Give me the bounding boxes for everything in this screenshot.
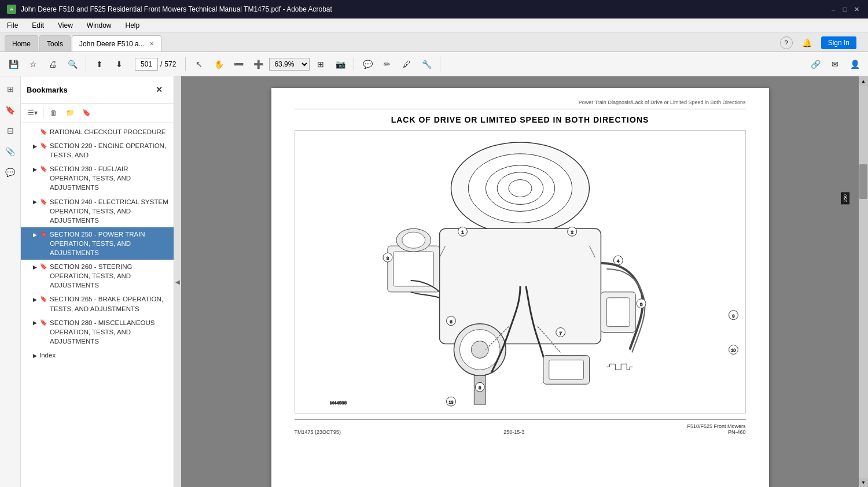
close-bookmarks-button[interactable]: ✕ (150, 81, 168, 98)
window-controls[interactable]: – □ ✕ (829, 5, 861, 14)
sidebar-sep (43, 108, 43, 118)
snapshot-button[interactable]: 📷 (332, 56, 349, 73)
bookmark-section280[interactable]: ▶ 🔖 SECTION 280 - MISCELLANEOUS OPERATIO… (21, 316, 174, 348)
bookmark-button[interactable]: ☆ (24, 56, 42, 73)
tab-bar: Home Tools John Deere F510 a... ✕ ? 🔔 Si… (0, 32, 868, 52)
bookmark-section250-toggle[interactable]: ▶ (30, 230, 39, 239)
tab-tools[interactable]: Tools (39, 35, 71, 51)
link-button[interactable]: 🔗 (807, 56, 824, 73)
bookmark-section240[interactable]: ▶ 🔖 SECTION 240 - ELECTRICAL SYSTEM OPER… (21, 195, 174, 227)
tools-button[interactable]: 🔧 (418, 56, 435, 73)
bookmark-section250-icon: 🔖 (39, 230, 47, 238)
page-navigation: / 572 (135, 58, 176, 71)
bookmark-section230-toggle[interactable]: ▶ (30, 165, 39, 174)
bookmark-rational-label: RATIONAL CHECKOUT PROCEDURE (50, 127, 169, 136)
comment-button[interactable]: 💬 (359, 56, 376, 73)
print-button[interactable]: 🖨 (44, 56, 61, 73)
svg-text:5: 5 (639, 302, 642, 307)
bookmark-index-label: Index (39, 351, 169, 360)
bookmark-section220[interactable]: ▶ 🔖 SECTION 220 - ENGINE OPERATION, TEST… (21, 139, 174, 162)
tab-signin-area: ? 🔔 Sign In (773, 34, 863, 51)
menu-window[interactable]: Window (84, 20, 114, 31)
tab-close-button[interactable]: ✕ (149, 40, 154, 47)
bookmark-section280-icon: 🔖 (39, 319, 47, 327)
bookmark-section260-toggle[interactable]: ▶ (30, 263, 39, 272)
svg-text:8: 8 (479, 385, 481, 390)
left-icon-bookmarks[interactable]: 🔖 (2, 102, 19, 118)
menu-help[interactable]: Help (123, 20, 142, 31)
bookmark-index-toggle[interactable]: ▶ (30, 351, 39, 360)
bookmark-section230-icon: 🔖 (39, 165, 47, 173)
annotation-tab-area: 250 (841, 192, 849, 204)
diagram-container: 1 2 3 4 5 6 7 8 (295, 130, 746, 414)
bookmark-section265[interactable]: ▶ 🔖 SECTION 265 - BRAKE OPERATION, TESTS… (21, 292, 174, 315)
minimize-button[interactable]: – (829, 5, 838, 14)
search-button[interactable]: 🔍 (64, 56, 81, 73)
zoom-out-button[interactable]: ➖ (230, 56, 247, 73)
scroll-thumb[interactable] (859, 164, 867, 199)
page-header: Power Train Diagnosis/Lack of Drive or L… (295, 99, 746, 109)
hand-tool[interactable]: ✋ (210, 56, 227, 73)
bookmark-section220-toggle[interactable]: ▶ (30, 142, 39, 151)
tab-home-label: Home (12, 40, 31, 48)
app-icon: A (7, 5, 16, 14)
stamp-button[interactable]: 🖊 (398, 56, 415, 73)
left-icon-pages[interactable]: ⊟ (2, 123, 19, 139)
svg-text:13: 13 (448, 400, 453, 404)
bookmarks-header: Bookmarks ✕ (21, 76, 174, 104)
bookmarks-new-btn[interactable]: 📁 (63, 106, 77, 120)
bookmarks-delete-btn[interactable]: 🗑 (47, 106, 61, 120)
maximize-button[interactable]: □ (840, 5, 849, 14)
svg-text:4: 4 (617, 259, 620, 264)
scroll-up-button[interactable]: ▲ (859, 76, 868, 86)
page-down-button[interactable]: ⬇ (111, 56, 128, 73)
tab-home[interactable]: Home (5, 35, 38, 51)
bookmarks-view-btn[interactable]: ☰▾ (25, 106, 39, 120)
zoom-in-button[interactable]: ➕ (249, 56, 267, 73)
help-icon[interactable]: ? (780, 36, 793, 49)
toolbar: 💾 ☆ 🖨 🔍 ⬆ ⬇ / 572 ↖ ✋ ➖ ➕ 63.9% ⊞ 📷 💬 ✏ … (0, 52, 868, 76)
bookmark-section265-toggle[interactable]: ▶ (30, 295, 39, 304)
sidebar-collapse-handle[interactable]: ◀ (174, 76, 181, 487)
signin-button[interactable]: Sign In (821, 36, 856, 49)
bookmark-section260-label: SECTION 260 - STEERING OPERATION, TESTS,… (50, 262, 169, 290)
bookmarks-expand-btn[interactable]: 🔖 (79, 106, 93, 120)
scroll-down-button[interactable]: ▼ (859, 478, 868, 487)
bookmark-section230[interactable]: ▶ 🔖 SECTION 230 - FUEL/AIR OPERATION, TE… (21, 162, 174, 194)
technical-diagram: 1 2 3 4 5 6 7 8 (295, 131, 745, 413)
cursor-tool[interactable]: ↖ (190, 56, 208, 73)
mail-button[interactable]: ✉ (826, 56, 844, 73)
left-icon-attachments[interactable]: 📎 (2, 143, 19, 160)
bookmark-section240-toggle[interactable]: ▶ (30, 198, 39, 207)
tab-document[interactable]: John Deere F510 a... ✕ (72, 35, 161, 51)
save-button[interactable]: 💾 (5, 56, 22, 73)
footer-right: F510/F525 Front Mowers PN-460 (687, 423, 745, 435)
menu-file[interactable]: File (5, 20, 20, 31)
user-button[interactable]: 👤 (846, 56, 863, 73)
annotation-tab[interactable]: 250 (841, 192, 849, 204)
svg-text:3: 3 (386, 256, 389, 261)
bookmark-section250[interactable]: ▶ 🔖 SECTION 250 - POWER TRAIN OPERATION,… (21, 227, 174, 260)
close-button[interactable]: ✕ (852, 5, 861, 14)
fit-page-button[interactable]: ⊞ (312, 56, 329, 73)
draw-button[interactable]: ✏ (378, 56, 396, 73)
page-separator: / (160, 60, 162, 68)
bookmarks-title: Bookmarks (27, 86, 68, 94)
bookmark-section280-toggle[interactable]: ▶ (30, 319, 39, 328)
scroll-track[interactable] (859, 86, 868, 478)
svg-text:7: 7 (559, 331, 562, 336)
menu-edit[interactable]: Edit (30, 20, 46, 31)
vertical-scrollbar: ▲ ▼ (859, 76, 868, 487)
bookmark-section260[interactable]: ▶ 🔖 SECTION 260 - STEERING OPERATION, TE… (21, 260, 174, 292)
svg-text:9: 9 (732, 314, 734, 318)
page-number-input[interactable] (135, 58, 158, 71)
bookmark-rational[interactable]: 🔖 RATIONAL CHECKOUT PROCEDURE (21, 125, 174, 139)
menu-view[interactable]: View (56, 20, 75, 31)
left-icon-layers[interactable]: ⊞ (2, 81, 19, 97)
bookmark-index[interactable]: ▶ Index (21, 348, 174, 363)
zoom-selector[interactable]: 63.9% (269, 58, 310, 71)
notification-icon[interactable]: 🔔 (802, 38, 812, 47)
left-icon-comments[interactable]: 💬 (2, 164, 19, 180)
separator-3 (354, 57, 354, 71)
page-up-button[interactable]: ⬆ (91, 56, 108, 73)
